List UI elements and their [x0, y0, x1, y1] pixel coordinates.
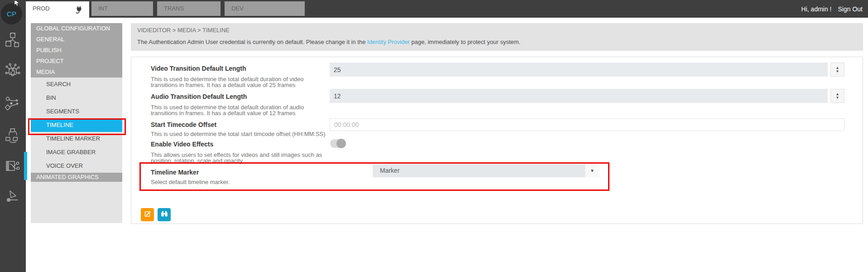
cubes-hierarchy-icon[interactable]	[5, 32, 21, 49]
sidebar-header-global-configuration[interactable]: GLOBAL CONFIGURATION	[31, 23, 122, 34]
plug-connection-icon	[75, 5, 83, 19]
identity-provider-link[interactable]: Identity Provider	[367, 39, 410, 45]
tab-dev-environment[interactable]: DEV	[225, 1, 305, 16]
start-timecode-offset-description: This is used to determine the total star…	[151, 131, 386, 137]
annotation-box-timeline-marker-row	[139, 162, 609, 191]
breadcrumb: VIDIEDITOR > MEDIA > TIMELINE	[137, 27, 230, 34]
audio-transition-length-label: Audio Transition Default Length	[151, 93, 247, 100]
audio-transition-length-input[interactable]	[330, 89, 828, 103]
spinner-down-icon[interactable]: ▼	[836, 70, 839, 73]
playout-icon[interactable]	[5, 188, 21, 205]
toggle-knob	[336, 139, 346, 148]
app-root: PROD INT TRANS DEV Hi, admin ! Sign Out …	[0, 0, 868, 272]
tab-int-environment[interactable]: INT	[91, 1, 153, 16]
sidebar-header-publish[interactable]: PUBLISH	[31, 45, 122, 56]
tab-int-label: INT	[98, 5, 108, 12]
audio-transition-length-spinner: ▲ ▼	[830, 89, 844, 103]
sign-out-link[interactable]: Sign Out	[838, 5, 863, 13]
sidebar-item-voice-over[interactable]: VOICE OVER	[31, 159, 122, 173]
annotation-box-timeline-nav	[28, 118, 126, 135]
save-edit-button[interactable]	[141, 208, 154, 221]
tab-prod-label: PROD	[33, 5, 50, 12]
sidebar-header-media[interactable]: MEDIA	[31, 67, 122, 78]
video-transition-length-label: Video Transition Default Length	[151, 65, 246, 72]
enable-video-effects-toggle[interactable]	[330, 139, 346, 148]
auth-warning-text: The Authentication Admin User credential…	[137, 39, 520, 45]
sidebar-item-bin[interactable]: BIN	[31, 91, 122, 105]
tab-trans-label: TRANS	[164, 5, 184, 12]
sidebar-header-general[interactable]: GENERAL	[31, 34, 122, 45]
tab-prod-environment[interactable]: PROD	[26, 1, 89, 23]
video-editor-icon[interactable]	[5, 158, 21, 175]
preview-find-button[interactable]	[158, 208, 171, 221]
warning-post: page, immediately to protect your system…	[410, 39, 520, 45]
sidebar-header-project[interactable]: PROJECT	[31, 56, 122, 67]
sidebar-header-animated-graphics[interactable]: ANIMATED GRAPHICS	[31, 173, 122, 182]
user-area: Hi, admin ! Sign Out	[801, 0, 863, 18]
audio-transition-length-description: This is used to determine the total defa…	[151, 104, 328, 116]
sidebar-item-segments[interactable]: SEGMENTS	[31, 105, 122, 118]
video-transition-length-spinner: ▲ ▼	[830, 63, 844, 77]
workflow-icon[interactable]	[5, 96, 21, 113]
enable-video-effects-label: Enable Video Effects	[151, 141, 213, 148]
sidebar-item-image-grabber[interactable]: IMAGE GRABBER	[31, 146, 122, 159]
video-transition-length-description: This is used to determine the total defa…	[151, 76, 328, 88]
start-timecode-offset-input[interactable]	[330, 118, 844, 131]
warning-pre: The Authentication Admin User credential…	[137, 39, 367, 45]
spinner-down-icon[interactable]: ▼	[836, 96, 839, 100]
video-transition-length-input[interactable]	[330, 63, 828, 77]
user-greeting: Hi, admin !	[801, 5, 832, 13]
timeline-settings-card: Video Transition Default Length This is …	[131, 57, 863, 224]
binoculars-icon	[161, 210, 168, 219]
sidebar-item-search[interactable]: SEARCH	[31, 78, 122, 91]
cycle-boxes-icon[interactable]	[5, 127, 21, 144]
active-module-indicator	[24, 152, 27, 180]
info-panel: VIDIEDITOR > MEDIA > TIMELINE The Authen…	[131, 23, 863, 51]
touch-config-icon[interactable]	[5, 63, 21, 80]
module-rail: CP	[0, 0, 26, 272]
tab-dev-label: DEV	[231, 5, 244, 12]
start-timecode-offset-label: Start Timecode Offset	[151, 121, 216, 128]
tab-trans-environment[interactable]: TRANS	[157, 1, 221, 16]
edit-pencil-icon	[144, 210, 151, 219]
mouse-cursor-icon	[14, 0, 20, 8]
